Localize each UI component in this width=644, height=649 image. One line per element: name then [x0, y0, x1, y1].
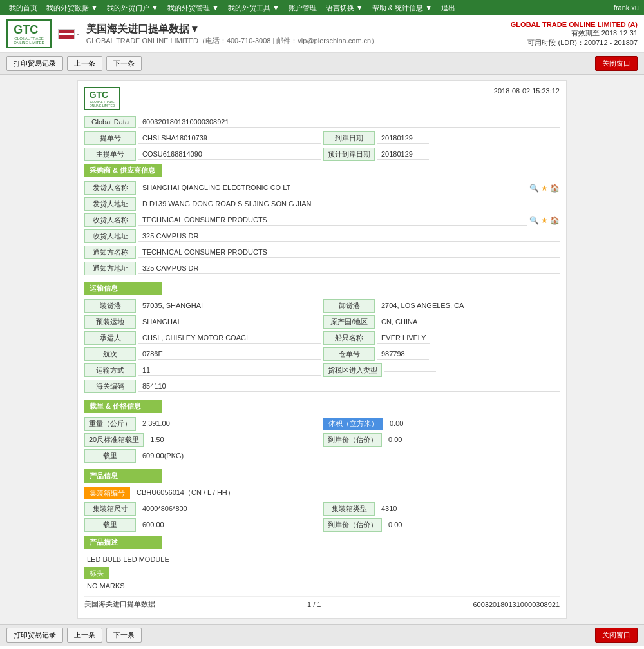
container-size-col: 集装箱尺寸 4000*806*800: [84, 502, 321, 516]
product-quantity-label: 载里: [84, 518, 136, 532]
consignee-star-icon[interactable]: ★: [541, 216, 548, 225]
global-data-row: Global Data 6003201801310000308921: [84, 116, 560, 128]
footer: 苏ICP备 14033305号 Company Website | Global…: [0, 646, 644, 649]
arrival-date-value: 20180129: [377, 133, 429, 144]
discharge-port-col: 卸货港 2704, LOS ANGELES, CA: [323, 299, 560, 313]
volume-button[interactable]: 体积（立方米）: [323, 418, 383, 430]
top-nav-links: 我的首页 我的外贸数据 ▼ 我的外贸门户 ▼ 我的外贸管理 ▼ 我的外贸工具 ▼…: [5, 3, 459, 13]
voyage-manifest-row: 航次 0786E 仓单号 987798: [84, 347, 560, 361]
departure-value: SHANGHAI: [138, 316, 321, 327]
logo-sub: GLOBAL TRADEONLINE LIMITED: [14, 37, 44, 44]
supplier-section-title: 采购商 & 供应商信息: [84, 164, 162, 177]
close-button[interactable]: 关闭窗口: [595, 56, 638, 71]
company-contact: GLOBAL TRADE ONLINE LIMITED（电话：400-710-3…: [86, 36, 379, 46]
consignee-name-value: TECHNICAL CONSUMER PRODUCTS: [138, 215, 527, 226]
master-est-row: 主提单号 COSU6168814090 预计到岸日期 20180129: [84, 148, 560, 161]
std20-label: 20尺标准箱载里: [84, 433, 144, 447]
nav-language[interactable]: 语言切换 ▼: [322, 3, 367, 13]
nav-help[interactable]: 帮助 & 统计信息 ▼: [368, 3, 436, 13]
product-desc-section: 产品描述: [84, 536, 560, 553]
print-button[interactable]: 打印贸易记录: [6, 56, 63, 71]
product-arrival-price-label: 到岸价（估价）: [323, 518, 382, 532]
nav-account[interactable]: 账户管理: [285, 3, 321, 13]
est-arrival-label: 预计到岸日期: [323, 148, 375, 161]
vessel-value: EVER LIVELY: [377, 333, 430, 344]
header-right: GLOBAL TRADE ONLINE LIMITED (A) 有效期至 201…: [511, 21, 638, 48]
product-arrival-price-value: 0.00: [384, 519, 436, 530]
container-no-row: 集装箱编号 CBHU6056014（CN / L / HH）: [84, 487, 560, 499]
product-desc-value: LED BULB LED MODULE: [87, 556, 560, 563]
customs-code-value: 854110: [138, 381, 560, 392]
bottom-print-button[interactable]: 打印贸易记录: [6, 628, 63, 643]
mode-ftz-row: 运输方式 11 货税区进入类型: [84, 363, 560, 377]
consignee-name-row: 收货人名称 TECHNICAL CONSUMER PRODUCTS 🔍 ★ 🏠: [84, 213, 560, 227]
nav-portal[interactable]: 我的外贸门户 ▼: [103, 3, 162, 13]
shipper-icons: 🔍 ★ 🏠: [529, 184, 560, 193]
consignee-addr-value: 325 CAMPUS DR: [138, 231, 560, 242]
next-button[interactable]: 下一条: [106, 56, 142, 71]
bill-arrival-row: 提单号 CHSLSHA18010739 到岸日期 20180129: [84, 131, 560, 145]
carrier-col: 承运人 CHSL, CHISLEY MOTOR COACI: [84, 331, 321, 345]
shipper-name-label: 发货人名称: [84, 181, 136, 195]
container-size-label: 集装箱尺寸: [84, 502, 136, 516]
product-section-title: 产品信息: [84, 469, 162, 483]
container-type-value: 4310: [377, 503, 429, 514]
consignee-addr-row: 收货人地址 325 CAMPUS DR: [84, 229, 560, 243]
est-arrival-col: 预计到岸日期 20180129: [323, 148, 560, 161]
pagination-info: 1 / 1: [307, 601, 321, 608]
ftz-value: [384, 369, 436, 372]
cargo-section-title: 载里 & 价格信息: [84, 400, 162, 413]
nav-manage[interactable]: 我的外贸管理 ▼: [164, 3, 223, 13]
std20-value: 1.50: [146, 434, 321, 445]
shipper-home-icon[interactable]: 🏠: [550, 184, 560, 193]
bottom-prev-button[interactable]: 上一条: [67, 628, 102, 643]
marks-button[interactable]: 标头: [84, 567, 109, 579]
bottom-close-button[interactable]: 关闭窗口: [595, 628, 638, 643]
std20-price-row: 20尺标准箱载里 1.50 到岸价（估价） 0.00: [84, 433, 560, 447]
consignee-name-label: 收货人名称: [84, 213, 136, 227]
bottom-next-button[interactable]: 下一条: [106, 628, 142, 643]
discharge-port-value: 2704, LOS ANGELES, CA: [377, 300, 468, 311]
nav-tools[interactable]: 我的外贸工具 ▼: [224, 3, 283, 13]
loading-port-value: 57035, SHANGHAI: [138, 300, 321, 311]
top-toolbar: 打印贸易记录 上一条 下一条 关闭窗口: [0, 53, 644, 75]
consignee-home-icon[interactable]: 🏠: [550, 216, 560, 225]
arrival-price-label: 到岸价（估价）: [323, 433, 382, 447]
consignee-search-icon[interactable]: 🔍: [529, 216, 539, 225]
notify-addr-row: 通知方地址 325 CAMPUS DR: [84, 262, 560, 275]
container-no-label[interactable]: 集装箱编号: [84, 487, 130, 499]
carrier-label: 承运人: [84, 331, 136, 345]
weight-col: 重量（公斤） 2,391.00: [84, 417, 321, 431]
customs-code-row: 海关编码 854110: [84, 380, 560, 393]
container-size-value: 4000*806*800: [138, 503, 321, 514]
notify-name-label: 通知方名称: [84, 246, 136, 259]
std20-col: 20尺标准箱载里 1.50: [84, 433, 321, 447]
shipper-search-icon[interactable]: 🔍: [529, 184, 539, 193]
valid-until: 有效期至 2018-12-31: [511, 28, 638, 38]
cargo-section: 载里 & 价格信息 重量（公斤） 2,391.00 体积（立方米） 0.00 2…: [84, 400, 560, 463]
volume-value: 0.00: [386, 418, 437, 429]
discharge-port-label: 卸货港: [323, 299, 375, 313]
prev-button[interactable]: 上一条: [67, 56, 102, 71]
weight-volume-row: 重量（公斤） 2,391.00 体积（立方米） 0.00: [84, 417, 560, 431]
shipper-star-icon[interactable]: ★: [541, 184, 548, 193]
transport-section-title: 运输信息: [84, 282, 162, 295]
shipper-addr-row: 发货人地址 D D139 WANG DONG ROAD S SI JING SO…: [84, 197, 560, 211]
manifest-label: 仓单号: [323, 347, 375, 361]
logo-text: GTC: [14, 23, 44, 37]
departure-origin-row: 预装运地 SHANGHAI 原产国/地区 CN, CHINA: [84, 315, 560, 329]
nav-logout[interactable]: 退出: [437, 3, 459, 13]
header-left: GTC GLOBAL TRADEONLINE LIMITED - 美国海关进口提…: [6, 19, 378, 48]
supplier-section: 采购商 & 供应商信息 发货人名称 SHANGHAI QIANGLING ELE…: [84, 164, 560, 275]
pagination-id: 6003201801310000308921: [473, 601, 560, 608]
nav-data[interactable]: 我的外贸数据 ▼: [43, 3, 102, 13]
shipper-addr-value: D D139 WANG DONG ROAD S SI JING SON G JI…: [138, 199, 560, 209]
bottom-toolbar: 打印贸易记录 上一条 下一条 关闭窗口: [0, 624, 644, 646]
loading-port-col: 装货港 57035, SHANGHAI: [84, 299, 321, 313]
ftz-label: 货税区进入类型: [323, 363, 382, 377]
record-header: GTC GLOBAL TRADEONLINE LIMITED 2018-08-0…: [84, 87, 560, 110]
nav-home[interactable]: 我的首页: [5, 3, 41, 13]
carrier-value: CHSL, CHISLEY MOTOR COACI: [138, 333, 321, 344]
consignee-addr-label: 收货人地址: [84, 229, 136, 243]
port-row: 装货港 57035, SHANGHAI 卸货港 2704, LOS ANGELE…: [84, 299, 560, 313]
